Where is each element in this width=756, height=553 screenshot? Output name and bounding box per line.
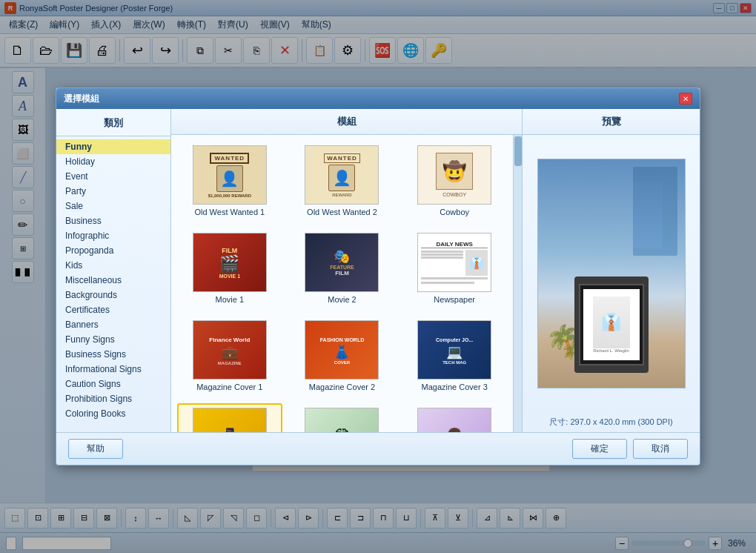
modal-close-button[interactable]: ✕ xyxy=(679,93,692,105)
template-label-newspaper: Newspaper xyxy=(434,295,475,304)
confirm-button[interactable]: 確定 xyxy=(572,439,627,459)
template-cowboy[interactable]: 🤠 COWBOY Cowboy xyxy=(402,141,507,221)
template-scrollbar-thumb[interactable] xyxy=(514,136,522,166)
help-button[interactable]: 幫助 xyxy=(68,439,123,459)
category-item-holiday[interactable]: Holiday xyxy=(56,154,170,169)
category-item-party[interactable]: Party xyxy=(56,184,170,199)
template-thumb-bill2: 🕶 BILLBOARD 2 xyxy=(305,408,379,432)
category-item-kids[interactable]: Kids xyxy=(56,258,170,273)
template-bill3[interactable]: 👩 BILLBOARD 3 Billboard 3 xyxy=(402,403,507,432)
category-item-informational-signs[interactable]: Informational Signs xyxy=(56,362,170,377)
template-wanted2[interactable]: WANTED 👤 REWARD Old West Wanted 2 xyxy=(290,141,395,221)
modal-title: 選擇模組 xyxy=(64,93,679,105)
template-thumb-mag2: FASHION WORLD 👗 COVER xyxy=(305,320,379,380)
template-thumb-newspaper: DAILY NEWS 👔 xyxy=(417,233,491,292)
category-item-funny-signs[interactable]: Funny Signs xyxy=(56,332,170,347)
template-movie2[interactable]: 🎭 FEATURE FILM Movie 2 xyxy=(290,228,395,308)
category-item-infographic[interactable]: Infographic xyxy=(56,228,170,243)
category-item-miscellaneous[interactable]: Miscellaneous xyxy=(56,273,170,288)
category-item-certificates[interactable]: Certificates xyxy=(56,302,170,317)
template-thumb-movie1: FILM 🎬 MOVIE 1 xyxy=(193,233,267,292)
preview-image-box: 🌴 🌴 👔 Richard L. Wieglin xyxy=(537,159,686,388)
template-label-wanted2: Old West Wanted 2 xyxy=(307,208,377,216)
cancel-button[interactable]: 取消 xyxy=(633,439,688,459)
preview-size-label: 尺寸: 297.0 x 420.0 mm (300 DPI) xyxy=(549,412,672,432)
category-item-banners[interactable]: Banners xyxy=(56,317,170,332)
category-item-funny[interactable]: Funny xyxy=(56,139,170,154)
template-bill2[interactable]: 🕶 BILLBOARD 2 Billboard 2 xyxy=(290,403,395,432)
template-dialog: 選擇模組 ✕ 類別 Funny Holiday Event Party Sale… xyxy=(56,87,700,466)
template-wanted1[interactable]: WANTED 👤 $1,000,000 REWARD Old West Want… xyxy=(177,141,282,221)
category-item-caution-signs[interactable]: Caution Signs xyxy=(56,377,170,391)
category-item-backgrounds[interactable]: Backgrounds xyxy=(56,288,170,302)
template-label-mag3: Magazine Cover 3 xyxy=(422,383,488,391)
category-panel: 類別 Funny Holiday Event Party Sale Busine… xyxy=(56,109,171,432)
category-item-business-signs[interactable]: Business Signs xyxy=(56,347,170,362)
preview-billboard-scene: 🌴 🌴 👔 Richard L. Wieglin xyxy=(538,159,685,388)
modal-footer: 幫助 確定 取消 xyxy=(56,432,700,465)
category-item-sale[interactable]: Sale xyxy=(56,199,170,213)
category-item-prohibition-signs[interactable]: Prohibition Signs xyxy=(56,391,170,406)
template-label-mag1: Magazine Cover 1 xyxy=(196,383,262,391)
template-grid: WANTED 👤 $1,000,000 REWARD Old West Want… xyxy=(177,141,507,432)
template-thumb-wanted2: WANTED 👤 REWARD xyxy=(305,145,379,205)
billboard-inner: 👔 Richard L. Wieglin xyxy=(583,289,640,360)
template-thumb-wanted1: WANTED 👤 $1,000,000 REWARD xyxy=(193,145,267,205)
template-label-movie1: Movie 1 xyxy=(216,295,245,304)
template-grid-wrapper[interactable]: WANTED 👤 $1,000,000 REWARD Old West Want… xyxy=(171,135,513,432)
modal-body: 類別 Funny Holiday Event Party Sale Busine… xyxy=(56,109,700,432)
preview-image-area: 🌴 🌴 👔 Richard L. Wieglin xyxy=(530,135,693,412)
billboard-display: 👔 Richard L. Wieglin xyxy=(579,284,644,365)
category-item-event[interactable]: Event xyxy=(56,169,170,184)
template-label-wanted1: Old West Wanted 1 xyxy=(194,208,265,216)
template-panel: 模組 WANTED 👤 $1,000,000 REWARD Ol xyxy=(171,109,522,432)
template-scrollbar[interactable] xyxy=(513,135,522,432)
template-label-movie2: Movie 2 xyxy=(328,295,357,304)
template-mag1[interactable]: Finance World 💼 MAGAZINE Magazine Cover … xyxy=(177,316,282,396)
preview-panel: 預覽 🌴 🌴 xyxy=(522,109,700,432)
template-bill1[interactable]: 📱 BILLBOARD Billboard 1 xyxy=(177,403,282,432)
modal-overlay: 選擇模組 ✕ 類別 Funny Holiday Event Party Sale… xyxy=(0,0,756,553)
template-thumb-mag1: Finance World 💼 MAGAZINE xyxy=(193,320,267,380)
template-thumb-mag3: Computer JO... 💻 TECH MAG xyxy=(417,320,491,380)
template-label-cowboy: Cowboy xyxy=(440,208,469,216)
preview-header: 預覽 xyxy=(523,109,700,135)
template-newspaper[interactable]: DAILY NEWS 👔 xyxy=(402,228,507,308)
template-thumb-movie2: 🎭 FEATURE FILM xyxy=(305,233,379,292)
category-item-coloring-books[interactable]: Coloring Books xyxy=(56,406,170,421)
template-thumb-cowboy: 🤠 COWBOY xyxy=(417,145,491,205)
template-mag2[interactable]: FASHION WORLD 👗 COVER Magazine Cover 2 xyxy=(290,316,395,396)
template-thumb-bill1: 📱 BILLBOARD xyxy=(193,408,267,432)
template-header: 模組 xyxy=(171,109,522,135)
billboard-person: 👔 xyxy=(593,297,630,348)
category-header: 類別 xyxy=(56,113,170,136)
category-item-propoganda[interactable]: Propoganda xyxy=(56,243,170,258)
template-mag3[interactable]: Computer JO... 💻 TECH MAG Magazine Cover… xyxy=(402,316,507,396)
template-movie1[interactable]: FILM 🎬 MOVIE 1 Movie 1 xyxy=(177,228,282,308)
footer-action-buttons: 確定 取消 xyxy=(572,439,688,459)
modal-titlebar: 選擇模組 ✕ xyxy=(56,88,700,109)
category-item-business[interactable]: Business xyxy=(56,213,170,228)
template-label-mag2: Magazine Cover 2 xyxy=(309,383,375,391)
billboard-structure: 👔 Richard L. Wieglin xyxy=(574,276,649,373)
template-thumb-bill3: 👩 BILLBOARD 3 xyxy=(417,408,491,432)
